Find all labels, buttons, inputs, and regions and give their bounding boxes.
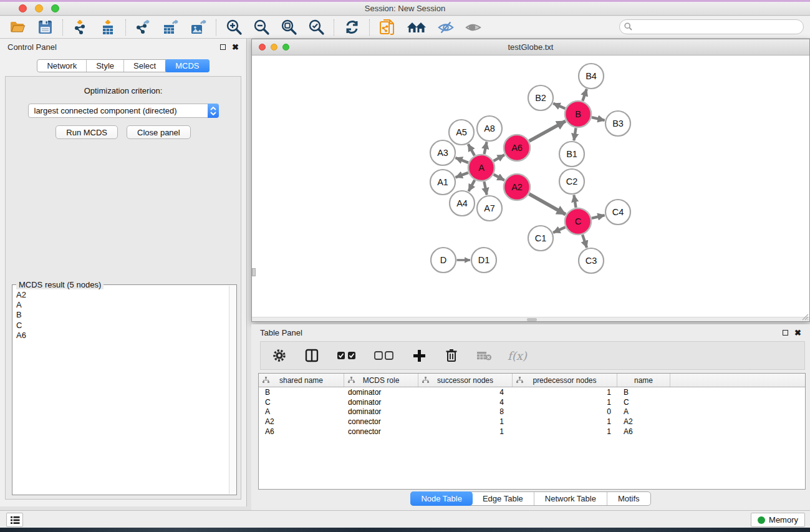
graph-node-B2[interactable]: B2 (528, 85, 553, 110)
edge-C-C3[interactable] (582, 235, 587, 248)
export-network-icon[interactable] (135, 19, 152, 36)
float-panel-icon[interactable] (220, 44, 226, 50)
resize-grip-icon[interactable] (801, 312, 809, 321)
home-layout-icon[interactable] (406, 19, 427, 36)
edge-A-A6[interactable] (494, 155, 504, 161)
column-header-name[interactable]: name (617, 374, 670, 387)
tab-node-table[interactable]: Node Table (410, 491, 473, 506)
column-header-MCDS-role[interactable]: MCDS role (344, 374, 418, 387)
graph-node-C[interactable]: C (565, 208, 591, 235)
graph-node-A[interactable]: A (468, 155, 494, 181)
edge-B-B4[interactable] (582, 89, 587, 101)
graph-node-C1[interactable]: C1 (528, 226, 553, 251)
table-settings-gear-icon[interactable] (271, 347, 288, 364)
table-row[interactable]: Cdominator41C (259, 397, 805, 407)
edge-A-A4[interactable] (469, 180, 475, 191)
edge-C-C2[interactable] (574, 195, 576, 208)
export-image-icon[interactable] (190, 19, 207, 36)
column-header-successor-nodes[interactable]: successor nodes (418, 374, 513, 387)
edge-A-A3[interactable] (456, 158, 469, 163)
criterion-dropdown[interactable]: largest connected component (directed) (28, 104, 219, 118)
tab-select[interactable]: Select (124, 60, 166, 72)
edge-B-B3[interactable] (592, 117, 605, 120)
edge-A-A8[interactable] (485, 142, 487, 154)
edge-A6-B[interactable] (529, 121, 566, 141)
table-row[interactable]: Adominator80A (259, 407, 805, 417)
graph-node-C2[interactable]: C2 (559, 169, 584, 194)
network-close-button[interactable] (259, 44, 266, 51)
graph-node-A6[interactable]: A6 (504, 135, 530, 161)
tab-motifs[interactable]: Motifs (607, 492, 650, 505)
table-row[interactable]: A6connector11A6 (259, 427, 805, 437)
edge-A-A5[interactable] (468, 144, 475, 155)
graph-node-D[interactable]: D (431, 248, 456, 273)
column-header-shared-name[interactable]: shared name (259, 374, 344, 387)
tab-edge-table[interactable]: Edge Table (472, 492, 534, 505)
tab-mcds[interactable]: MCDS (165, 59, 209, 72)
hide-details-eye-slash-icon[interactable] (437, 19, 455, 36)
edge-B-B2[interactable] (553, 104, 565, 109)
vertical-scrollbar-thumb[interactable] (252, 268, 256, 276)
edge-C-C4[interactable] (592, 215, 605, 218)
float-table-panel-icon[interactable] (783, 330, 788, 336)
import-table-icon[interactable] (99, 19, 117, 36)
table-row[interactable]: A2connector11A2 (259, 417, 805, 427)
graph-node-A3[interactable]: A3 (430, 140, 455, 165)
zoom-in-icon[interactable] (225, 19, 243, 36)
memory-button[interactable]: Memory (751, 513, 805, 527)
graph-node-B[interactable]: B (565, 101, 591, 127)
network-canvas[interactable]: B4B2BB3A8A5A6B1A3AC2A1A2A4A7C4CC1C3DD1 (252, 56, 809, 321)
add-column-plus-icon[interactable] (410, 347, 428, 364)
graph-node-A2[interactable]: A2 (504, 174, 530, 200)
zoom-out-icon[interactable] (253, 19, 270, 36)
graph-node-A1[interactable]: A1 (430, 170, 455, 195)
save-session-icon[interactable] (36, 19, 54, 36)
tab-network[interactable]: Network (37, 60, 87, 72)
minimize-window-button[interactable] (35, 4, 43, 12)
graph-node-C4[interactable]: C4 (605, 200, 630, 225)
graph-node-A5[interactable]: A5 (449, 120, 474, 145)
refresh-view-icon[interactable] (343, 19, 360, 36)
edge-A-A2[interactable] (494, 175, 504, 180)
close-panel-button[interactable]: Close panel (127, 125, 191, 139)
graph-node-A4[interactable]: A4 (450, 191, 475, 216)
show-details-eye-icon[interactable] (465, 19, 482, 36)
edge-B-B1[interactable] (574, 128, 576, 140)
zoom-selected-icon[interactable] (307, 19, 325, 36)
result-scrollbar[interactable] (229, 286, 236, 494)
graph-node-A8[interactable]: A8 (477, 116, 502, 141)
edge-A-A1[interactable] (456, 173, 468, 178)
export-table-icon[interactable] (162, 19, 180, 36)
tab-network-table[interactable]: Network Table (534, 492, 607, 505)
graph-node-B1[interactable]: B1 (559, 142, 584, 167)
edge-A2-C[interactable] (529, 194, 566, 215)
column-view-icon[interactable] (303, 347, 321, 364)
unselect-all-checks-icon[interactable] (373, 347, 395, 364)
run-mcds-button[interactable]: Run MCDS (55, 125, 118, 139)
horizontal-scrollbar-thumb[interactable] (527, 318, 537, 321)
close-window-button[interactable] (19, 4, 27, 12)
zoom-fit-icon[interactable] (280, 19, 297, 36)
import-network-icon[interactable] (72, 19, 89, 36)
graph-node-B4[interactable]: B4 (579, 64, 604, 89)
select-all-checks-icon[interactable] (335, 347, 358, 364)
delete-column-trash-icon[interactable] (443, 347, 460, 364)
tab-style[interactable]: Style (87, 60, 124, 72)
function-builder-icon[interactable]: f(x) (508, 349, 527, 362)
node-table[interactable]: shared nameMCDS rolesuccessor nodesprede… (258, 373, 806, 490)
column-header-predecessor-nodes[interactable]: predecessor nodes (513, 374, 617, 387)
task-history-button[interactable] (6, 513, 23, 527)
horizontal-scrollbar[interactable] (252, 317, 809, 321)
graph-node-D1[interactable]: D1 (471, 248, 496, 273)
close-panel-icon[interactable]: ✖ (232, 43, 239, 51)
graph-node-C3[interactable]: C3 (579, 248, 604, 273)
search-input[interactable] (619, 19, 804, 34)
open-file-icon[interactable] (9, 19, 26, 36)
edge-C-C1[interactable] (553, 227, 565, 233)
network-zoom-button[interactable] (282, 44, 289, 51)
close-table-panel-icon[interactable]: ✖ (794, 329, 801, 337)
table-row[interactable]: Bdominator41B (259, 387, 805, 397)
edge-A-A7[interactable] (484, 181, 486, 195)
graph-node-A7[interactable]: A7 (477, 196, 502, 221)
network-window-titlebar[interactable]: testGlobe.txt (252, 39, 809, 56)
